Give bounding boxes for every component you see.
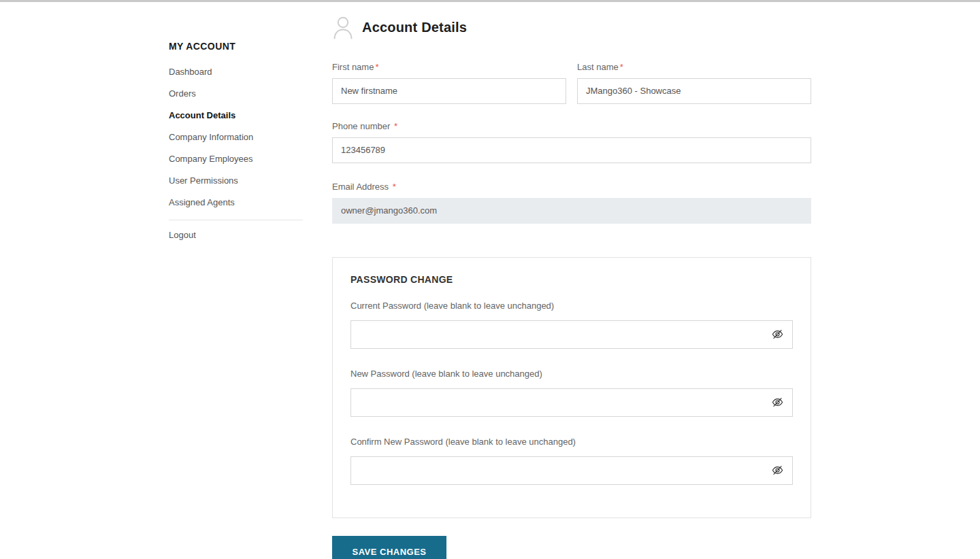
eye-slash-icon: [771, 396, 784, 409]
last-name-label: Last name*: [577, 62, 811, 73]
sidebar-item-company-information[interactable]: Company Information: [169, 133, 303, 142]
account-details-main: Account Details First name* Last name* P…: [332, 2, 811, 559]
toggle-password-visibility-button[interactable]: [770, 328, 784, 341]
required-asterisk: *: [393, 182, 396, 192]
first-name-label: First name*: [332, 62, 566, 73]
first-name-field[interactable]: [332, 78, 566, 104]
email-address-field: [332, 198, 811, 224]
new-password-input-wrap: [350, 388, 793, 417]
last-name-group: Last name*: [577, 62, 811, 104]
toggle-password-visibility-button[interactable]: [770, 396, 784, 409]
sidebar-heading: MY ACCOUNT: [169, 41, 303, 52]
eye-slash-icon: [771, 328, 784, 341]
confirm-new-password-label: Confirm New Password (leave blank to lea…: [350, 437, 793, 447]
required-asterisk: *: [620, 62, 623, 72]
required-asterisk: *: [394, 121, 397, 131]
new-password-group: New Password (leave blank to leave uncha…: [350, 369, 793, 417]
sidebar-item-logout[interactable]: Logout: [169, 231, 303, 240]
toggle-password-visibility-button[interactable]: [770, 464, 784, 477]
my-account-sidebar: MY ACCOUNT Dashboard Orders Account Deta…: [169, 2, 303, 252]
sidebar-divider: [169, 220, 303, 220]
sidebar-item-account-details[interactable]: Account Details: [169, 111, 303, 120]
eye-slash-icon: [771, 464, 784, 477]
sidebar-item-orders[interactable]: Orders: [169, 89, 303, 99]
account-page: MY ACCOUNT Dashboard Orders Account Deta…: [0, 2, 980, 559]
new-password-field[interactable]: [350, 388, 793, 417]
save-changes-button[interactable]: SAVE CHANGES: [332, 536, 446, 559]
current-password-label: Current Password (leave blank to leave u…: [350, 301, 793, 311]
new-password-label: New Password (leave blank to leave uncha…: [350, 369, 793, 379]
required-asterisk: *: [375, 62, 378, 72]
password-change-heading: PASSWORD CHANGE: [350, 274, 793, 285]
sidebar-item-company-employees[interactable]: Company Employees: [169, 154, 303, 164]
last-name-label-text: Last name: [577, 62, 619, 72]
sidebar-item-dashboard[interactable]: Dashboard: [169, 67, 303, 77]
current-password-input-wrap: [350, 320, 793, 349]
page-header: Account Details: [332, 11, 811, 45]
email-label-text: Email Address: [332, 182, 389, 192]
email-label: Email Address *: [332, 182, 811, 192]
phone-number-field[interactable]: [332, 137, 811, 163]
first-name-group: First name*: [332, 62, 566, 104]
sidebar-item-user-permissions[interactable]: User Permissions: [169, 176, 303, 186]
current-password-field[interactable]: [350, 320, 793, 349]
last-name-field[interactable]: [577, 78, 811, 104]
phone-group: Phone number *: [332, 121, 811, 163]
phone-label: Phone number *: [332, 121, 811, 132]
person-icon: [332, 16, 354, 39]
phone-label-text: Phone number: [332, 121, 390, 131]
first-name-label-text: First name: [332, 62, 374, 72]
email-group: Email Address *: [332, 182, 811, 224]
confirm-new-password-field[interactable]: [350, 456, 793, 485]
name-row: First name* Last name*: [332, 62, 811, 104]
confirm-new-password-group: Confirm New Password (leave blank to lea…: [350, 437, 793, 485]
current-password-group: Current Password (leave blank to leave u…: [350, 301, 793, 349]
password-change-section: PASSWORD CHANGE Current Password (leave …: [332, 257, 811, 518]
sidebar-item-assigned-agents[interactable]: Assigned Agents: [169, 198, 303, 207]
page-title: Account Details: [362, 20, 467, 35]
confirm-new-password-input-wrap: [350, 456, 793, 485]
